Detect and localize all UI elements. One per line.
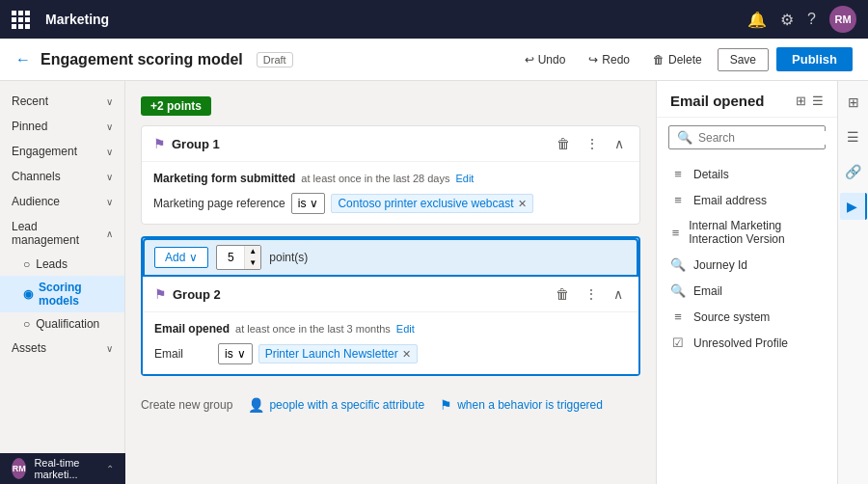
create-attribute-option[interactable]: 👤 people with a specific attribute <box>248 397 424 413</box>
delete-button[interactable]: 🗑 Delete <box>645 49 710 70</box>
panel-search-input[interactable] <box>698 131 837 145</box>
bottom-app-label: Real-time marketi... <box>34 457 98 480</box>
panel-item-unresolved-profile[interactable]: ☑ Unresolved Profile <box>657 330 837 356</box>
unresolved-profile-icon: ☑ <box>670 336 686 350</box>
panel-item-internal-version[interactable]: ≡ Internal Marketing Interaction Version <box>657 213 837 252</box>
points-stepper: ▲ ▼ <box>244 246 260 269</box>
group1-condition-row: Marketing form submitted at least once i… <box>153 172 628 185</box>
help-icon[interactable]: ? <box>807 11 816 28</box>
group1-more-button[interactable]: ⋮ <box>582 134 603 153</box>
chevron-down-icon: ∨ <box>106 172 113 182</box>
group1-operator-select[interactable]: is ∨ <box>291 193 326 214</box>
panel-item-details[interactable]: ≡ Details <box>657 161 837 187</box>
group2-delete-button[interactable]: 🗑 <box>552 284 573 304</box>
panel-header-icons: ⊞ ☰ <box>796 94 824 108</box>
chevron-down-icon: ∨ <box>189 251 198 264</box>
group1-field-chip: Contoso printer exclusive webcast ✕ <box>331 194 532 213</box>
strip-link-button[interactable]: 🔗 <box>840 158 867 185</box>
group2-more-button[interactable]: ⋮ <box>581 284 602 304</box>
undo-button[interactable]: ↩ Undo <box>517 49 574 70</box>
group1-collapse-button[interactable]: ∧ <box>610 134 628 153</box>
panel-item-email[interactable]: 🔍 Email <box>657 278 837 304</box>
header-actions: ↩ Undo ↪ Redo 🗑 Delete Save Publish <box>517 47 853 71</box>
panel-header: Email opened ⊞ ☰ <box>657 81 837 118</box>
points-input[interactable] <box>217 251 244 264</box>
sidebar-item-engagement[interactable]: Engagement ∨ <box>0 139 124 164</box>
bottom-bar: RM Real-time marketi... ⌃ <box>0 453 125 484</box>
group1-title: Group 1 <box>172 137 553 151</box>
strip-panel-button[interactable]: ▶ <box>840 193 867 220</box>
panel-expand-button[interactable]: ⊞ <box>796 94 806 108</box>
sidebar-item-channels[interactable]: Channels ∨ <box>0 164 124 189</box>
points-unit-label: point(s) <box>269 251 308 264</box>
panel-item-journey-id[interactable]: 🔍 Journey Id <box>657 252 837 278</box>
bottom-avatar: RM <box>12 458 26 479</box>
group1-chip-close[interactable]: ✕ <box>518 198 527 210</box>
chevron-down-icon: ∨ <box>106 96 113 107</box>
page-header: ← Engagement scoring model Draft ↩ Undo … <box>0 39 868 81</box>
person-icon: 👤 <box>248 397 264 413</box>
group1-field-label: Marketing page reference <box>153 197 285 210</box>
group1-icon: ⚑ <box>153 136 166 151</box>
group2-card: ⚑ Group 2 🗑 ⋮ ∧ Email opened at least on… <box>143 277 638 374</box>
group1-delete-button[interactable]: 🗑 <box>553 134 574 153</box>
details-icon: ≡ <box>670 167 686 181</box>
avatar[interactable]: RM <box>829 6 856 33</box>
panel-item-source-system[interactable]: ≡ Source system <box>657 304 837 330</box>
group1-card: ⚑ Group 1 🗑 ⋮ ∧ Marketing form submitted… <box>141 125 640 225</box>
group2-chip-close[interactable]: ✕ <box>402 348 411 361</box>
save-button[interactable]: Save <box>718 48 769 71</box>
panel-list: ≡ Details ≡ Email address ≡ Internal Mar… <box>657 157 837 360</box>
sidebar-subitem-scoring-models[interactable]: ◉ Scoring models <box>0 276 124 312</box>
panel-title: Email opened <box>670 93 765 109</box>
panel-search-box[interactable]: 🔍 <box>668 125 826 149</box>
chevron-down-icon: ∨ <box>237 347 246 361</box>
add-dropdown-button[interactable]: Add ∨ <box>154 247 208 268</box>
page-title: Engagement scoring model <box>41 51 243 68</box>
strip-list-button[interactable]: ☰ <box>840 123 867 150</box>
chevron-down-icon: ∨ <box>106 343 113 354</box>
chevron-down-icon: ∨ <box>106 121 113 132</box>
add-bar: Add ∨ ▲ ▼ point(s) <box>143 238 638 277</box>
source-system-icon: ≡ <box>670 309 686 324</box>
redo-button[interactable]: ↪ Redo <box>581 49 637 70</box>
points-increment-button[interactable]: ▲ <box>245 246 260 257</box>
group2-condition-edit[interactable]: Edit <box>396 323 415 335</box>
sidebar-item-audience[interactable]: Audience ∨ <box>0 189 124 214</box>
notification-icon[interactable]: 🔔 <box>747 11 767 29</box>
main-content: +2 points ⚑ Group 1 🗑 ⋮ ∧ Marketing form… <box>125 81 656 484</box>
right-panel-content: Email opened ⊞ ☰ 🔍 ≡ Details ≡ Email add… <box>657 81 837 484</box>
chevron-up-icon: ∧ <box>106 229 113 239</box>
publish-button[interactable]: Publish <box>776 47 853 71</box>
group2-condition-row: Email opened at least once in the last 3… <box>154 322 627 336</box>
points-badge: +2 points <box>141 96 211 116</box>
group2-collapse-button[interactable]: ∧ <box>610 284 627 304</box>
group1-header: ⚑ Group 1 🗑 ⋮ ∧ <box>142 126 639 162</box>
chevron-down-icon: ∨ <box>106 197 113 207</box>
sidebar-item-assets[interactable]: Assets ∨ <box>0 336 124 361</box>
sidebar-item-lead-management[interactable]: Lead management ∧ <box>0 214 124 253</box>
points-input-wrap: ▲ ▼ <box>216 245 261 270</box>
panel-item-email-address[interactable]: ≡ Email address <box>657 187 837 213</box>
points-decrement-button[interactable]: ▼ <box>245 257 260 269</box>
group2-actions: 🗑 ⋮ ∧ <box>552 284 627 304</box>
settings-icon[interactable]: ⚙ <box>780 11 794 29</box>
back-button[interactable]: ← <box>15 51 31 68</box>
sidebar-subitem-qualification[interactable]: ○ Qualification <box>0 312 124 336</box>
group2-container: Add ∨ ▲ ▼ point(s) ⚑ Group 2 🗑 <box>141 236 640 376</box>
sidebar-item-recent[interactable]: Recent ∨ <box>0 89 124 114</box>
panel-close-button[interactable]: ☰ <box>812 94 824 108</box>
search-icon: 🔍 <box>677 130 692 145</box>
create-behavior-option[interactable]: ⚑ when a behavior is triggered <box>440 397 603 413</box>
right-panel: Email opened ⊞ ☰ 🔍 ≡ Details ≡ Email add… <box>656 81 868 484</box>
email-address-icon: ≡ <box>670 193 686 207</box>
group1-condition-edit[interactable]: Edit <box>455 173 474 184</box>
scoring-icon: ◉ <box>23 287 33 301</box>
group2-icon: ⚑ <box>154 286 167 302</box>
strip-grid-button[interactable]: ⊞ <box>840 89 867 116</box>
group2-operator-select[interactable]: is ∨ <box>218 343 253 364</box>
internal-version-icon: ≡ <box>670 226 681 240</box>
sidebar-item-pinned[interactable]: Pinned ∨ <box>0 114 124 139</box>
sidebar-subitem-leads[interactable]: ○ Leads <box>0 253 124 276</box>
waffle-menu[interactable] <box>12 11 30 29</box>
